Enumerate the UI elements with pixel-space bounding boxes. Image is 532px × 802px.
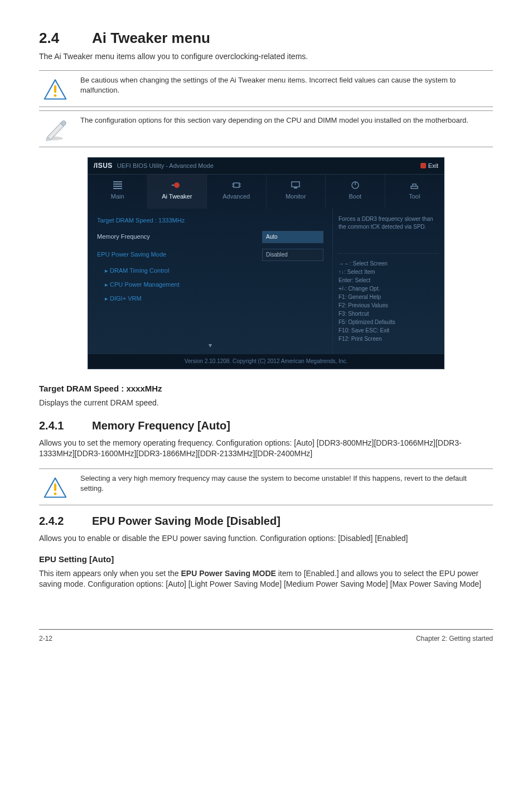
subsection-242-title: EPU Power Saving Mode [Disabled] bbox=[92, 515, 280, 527]
caution-icon bbox=[41, 474, 69, 500]
bios-left-pane: Target DRAM Speed : 1333MHz Memory Frequ… bbox=[88, 209, 332, 354]
row-dram-timing[interactable]: DRAM Timing Control bbox=[97, 267, 323, 275]
subsection-241-title: Memory Frequency [Auto] bbox=[92, 419, 230, 432]
callout-note-1: The configuration options for this secti… bbox=[39, 110, 493, 147]
row-epu-label: EPU Power Saving Mode bbox=[97, 250, 262, 259]
svg-rect-11 bbox=[411, 186, 418, 189]
key-help-line: ↑↓: Select Item bbox=[338, 268, 438, 276]
subsection-242-body: Allows you to enable or disable the EPU … bbox=[39, 533, 493, 544]
bios-titlebar: /ISUS UEFI BIOS Utility - Advanced Mode … bbox=[88, 158, 444, 175]
svg-rect-6 bbox=[234, 183, 239, 187]
row-dram-timing-label: DRAM Timing Control bbox=[105, 267, 323, 275]
note-icon bbox=[41, 115, 69, 142]
tweaker-icon bbox=[150, 180, 205, 190]
bios-help-text: Forces a DDR3 frequency slower than the … bbox=[338, 215, 438, 254]
section-heading: 2.4Ai Tweaker menu bbox=[39, 28, 493, 48]
target-dram-body: Displays the current DRAM speed. bbox=[39, 398, 493, 409]
svg-point-14 bbox=[54, 492, 57, 495]
exit-icon bbox=[420, 163, 426, 168]
bios-exit-label: Exit bbox=[428, 162, 438, 170]
epu-body-bold: EPU Power Saving MODE bbox=[181, 569, 275, 578]
section-lead: The Ai Tweaker menu items allow you to c… bbox=[39, 51, 493, 62]
section-number: 2.4 bbox=[39, 28, 92, 48]
row-digi-label: DIGI+ VRM bbox=[105, 294, 323, 303]
svg-rect-1 bbox=[54, 85, 56, 93]
key-help-line: F1: General Help bbox=[338, 293, 438, 301]
row-memfreq-label: Memory Frequency bbox=[97, 233, 262, 241]
svg-rect-7 bbox=[292, 182, 299, 187]
svg-rect-8 bbox=[294, 187, 297, 189]
row-memfreq-value[interactable]: Auto bbox=[262, 231, 323, 243]
key-help-line: F3: Shortcut bbox=[338, 310, 438, 318]
bios-tabs: Main Ai Tweaker Advanced Monitor Boot To… bbox=[88, 175, 444, 209]
row-cpu-power-mgmt[interactable]: CPU Power Management bbox=[97, 281, 323, 289]
key-help-line: →←: Select Screen bbox=[338, 259, 438, 268]
bios-key-help: →←: Select Screen ↑↓: Select Item Enter:… bbox=[338, 259, 438, 343]
row-memory-frequency[interactable]: Memory Frequency Auto bbox=[97, 231, 323, 243]
tab-main-label: Main bbox=[90, 192, 145, 201]
callout-caution-1: Be cautious when changing the settings o… bbox=[39, 70, 493, 107]
bios-right-pane: Forces a DDR3 frequency slower than the … bbox=[332, 209, 444, 354]
row-target-dram-label: Target DRAM Speed : 1333MHz bbox=[97, 216, 323, 225]
subsection-241-num: 2.4.1 bbox=[39, 418, 92, 433]
key-help-line: Enter: Select bbox=[338, 276, 438, 284]
subsection-242-num: 2.4.2 bbox=[39, 513, 92, 529]
key-help-line: +/-: Change Opt. bbox=[338, 284, 438, 293]
epu-setting-heading: EPU Setting [Auto] bbox=[39, 553, 493, 565]
tab-boot-label: Boot bbox=[328, 192, 383, 201]
epu-body-pre: This item appears only when you set the bbox=[39, 569, 181, 578]
tab-ai-tweaker[interactable]: Ai Tweaker bbox=[148, 175, 207, 209]
scroll-down-icon[interactable]: ▾ bbox=[209, 341, 212, 350]
tab-monitor[interactable]: Monitor bbox=[267, 175, 326, 209]
target-dram-heading: Target DRAM Speed : xxxxMHz bbox=[39, 383, 493, 394]
tab-advanced-label: Advanced bbox=[209, 192, 264, 201]
monitor-icon bbox=[269, 180, 323, 190]
row-target-dram: Target DRAM Speed : 1333MHz bbox=[97, 216, 323, 225]
chip-icon bbox=[209, 180, 264, 190]
subsection-241-body: Allows you to set the memory operating f… bbox=[39, 438, 493, 460]
tab-tool[interactable]: Tool bbox=[385, 175, 444, 209]
subsection-241: 2.4.1Memory Frequency [Auto] bbox=[39, 418, 493, 433]
caution-icon bbox=[41, 75, 69, 102]
callout-caution-2: Selecting a very high memory frequency m… bbox=[39, 468, 493, 505]
row-cpu-pm-label: CPU Power Management bbox=[105, 281, 323, 289]
tab-tweaker-label: Ai Tweaker bbox=[150, 192, 205, 201]
tab-boot[interactable]: Boot bbox=[326, 175, 385, 209]
bios-brand: /ISUS bbox=[94, 161, 113, 171]
bios-title: UEFI BIOS Utility - Advanced Mode bbox=[117, 162, 214, 170]
svg-point-2 bbox=[54, 94, 57, 97]
tab-main[interactable]: Main bbox=[88, 175, 148, 209]
bios-exit-button[interactable]: Exit bbox=[420, 162, 438, 170]
row-epu-mode[interactable]: EPU Power Saving Mode Disabled bbox=[97, 249, 323, 261]
page-footer: 2-12 Chapter 2: Getting started bbox=[39, 629, 493, 644]
power-icon bbox=[328, 180, 383, 190]
list-icon bbox=[90, 180, 145, 190]
svg-point-4 bbox=[174, 182, 180, 188]
svg-rect-13 bbox=[54, 484, 56, 491]
bios-screenshot: /ISUS UEFI BIOS Utility - Advanced Mode … bbox=[88, 157, 444, 369]
page-number: 2-12 bbox=[39, 634, 52, 644]
subsection-242: 2.4.2EPU Power Saving Mode [Disabled] bbox=[39, 513, 493, 529]
tab-advanced[interactable]: Advanced bbox=[207, 175, 267, 209]
bios-footer: Version 2.10.1208. Copyright (C) 2012 Am… bbox=[88, 354, 444, 369]
tab-tool-label: Tool bbox=[388, 192, 442, 201]
callout-caution-1-text: Be cautious when changing the settings o… bbox=[80, 75, 491, 95]
key-help-line: F5: Optimized Defaults bbox=[338, 318, 438, 326]
section-title: Ai Tweaker menu bbox=[92, 30, 210, 46]
callout-caution-2-text: Selecting a very high memory frequency m… bbox=[80, 474, 491, 494]
key-help-line: F12: Print Screen bbox=[338, 335, 438, 343]
callout-note-1-text: The configuration options for this secti… bbox=[80, 115, 491, 125]
key-help-line: F10: Save ESC: Exit bbox=[338, 326, 438, 335]
svg-rect-5 bbox=[172, 185, 174, 186]
key-help-line: F2: Previous Values bbox=[338, 301, 438, 310]
tab-monitor-label: Monitor bbox=[269, 192, 323, 201]
row-epu-value[interactable]: Disabled bbox=[262, 249, 323, 261]
epu-setting-body: This item appears only when you set the … bbox=[39, 568, 493, 590]
chapter-label: Chapter 2: Getting started bbox=[416, 634, 493, 644]
tool-icon bbox=[388, 180, 442, 190]
row-digi-vrm[interactable]: DIGI+ VRM bbox=[97, 294, 323, 303]
